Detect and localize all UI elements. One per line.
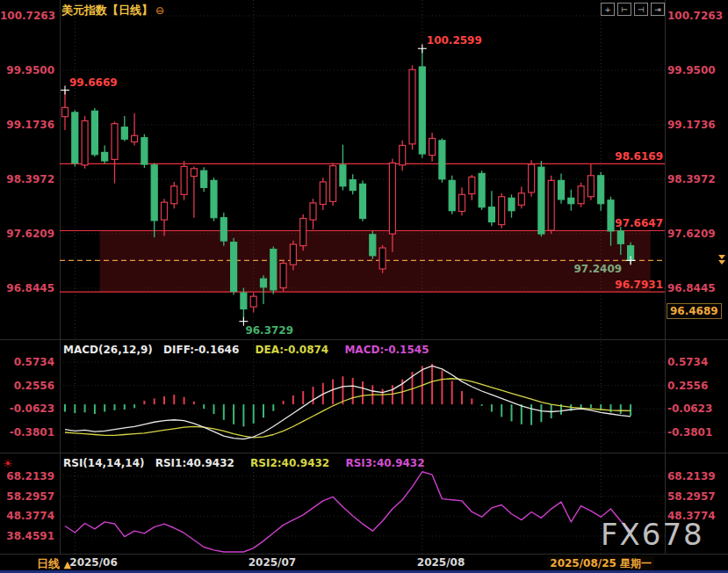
svg-text:99.6669: 99.6669 bbox=[69, 76, 118, 89]
svg-text:96.7931: 96.7931 bbox=[615, 279, 663, 291]
macd-panel-canvas[interactable] bbox=[60, 341, 665, 453]
y-axis-label: 97.6209 bbox=[667, 228, 725, 240]
y-axis-label: 48.3774 bbox=[0, 510, 54, 522]
axis-zoom-left-icon[interactable]: ⊢ bbox=[617, 3, 631, 16]
price-chart-canvas[interactable]: 98.616997.664796.793197.240999.6669100.2… bbox=[60, 0, 665, 339]
y-axis-label: 96.8445 bbox=[667, 282, 725, 294]
y-axis-label: -0.0623 bbox=[0, 403, 54, 415]
y-axis-label: 98.3972 bbox=[667, 173, 725, 185]
rsi-header: RSI(14,14,14) RSI1:40.9432 RSI2:40.9432 … bbox=[63, 457, 425, 469]
svg-text:97.2409: 97.2409 bbox=[573, 263, 622, 275]
y-axis-label: 58.2957 bbox=[0, 490, 54, 503]
y-axis-label: 98.3972 bbox=[0, 173, 54, 185]
y-axis-label: 99.1736 bbox=[667, 119, 725, 131]
bottom-axis-bar: 日线 ▲ 2025/062025/072025/082025/08/25 星期一 bbox=[0, 555, 728, 570]
date-label: 2025/07 bbox=[249, 556, 296, 569]
date-label: 2025/06 bbox=[69, 556, 117, 569]
date-label-highlighted: 2025/08/25 星期一 bbox=[547, 556, 654, 571]
period-label: 日线 bbox=[37, 557, 60, 570]
svg-text:98.6169: 98.6169 bbox=[615, 150, 663, 163]
right-axis-border bbox=[665, 0, 666, 554]
y-axis-label: 99.1736 bbox=[0, 119, 54, 131]
y-axis-label: 68.2139 bbox=[0, 470, 54, 482]
y-axis-label: -0.0623 bbox=[667, 403, 725, 415]
chart-application: 98.616997.664796.793197.240999.6669100.2… bbox=[0, 0, 728, 573]
rsi-title: RSI(14,14,14) bbox=[63, 457, 145, 469]
crosshair-icon[interactable]: + bbox=[601, 3, 615, 16]
current-price-marker-icon bbox=[718, 255, 725, 265]
svg-text:100.2599: 100.2599 bbox=[427, 34, 482, 47]
rsi2-value: RSI2:40.9432 bbox=[250, 457, 329, 469]
y-axis-label: -0.3801 bbox=[667, 426, 725, 439]
y-axis-label: 38.4591 bbox=[0, 530, 54, 542]
macd-diff-value: DIFF:-0.1646 bbox=[163, 344, 239, 356]
svg-text:97.6647: 97.6647 bbox=[615, 217, 663, 229]
price-level-box: 96.4689 bbox=[667, 303, 722, 319]
toolbar: + ⊢ ⊣ ⇥ bbox=[601, 3, 665, 16]
y-axis-label: 0.2556 bbox=[0, 380, 54, 392]
y-axis-label: 96.8445 bbox=[0, 282, 54, 294]
date-label: 2025/08 bbox=[417, 556, 465, 569]
y-axis-label: 68.2139 bbox=[667, 470, 725, 482]
collapse-icon[interactable]: ⊖ bbox=[155, 4, 164, 17]
pan-right-icon[interactable]: ⇥ bbox=[651, 3, 665, 16]
macd-title: MACD(26,12,9) bbox=[63, 344, 153, 356]
chart-title: 美元指数【日线】⊖ bbox=[61, 3, 164, 18]
y-axis-label: 0.2556 bbox=[667, 380, 725, 392]
y-axis-label: 0.5734 bbox=[0, 356, 54, 368]
y-axis-label: 99.9500 bbox=[667, 64, 725, 76]
macd-header: MACD(26,12,9) DIFF:-0.1646 DEA:-0.0874 M… bbox=[63, 344, 429, 356]
axis-zoom-right-icon[interactable]: ⊣ bbox=[634, 3, 648, 16]
y-axis-label: 0.5734 bbox=[667, 356, 725, 368]
fx678-watermark: FX678 bbox=[601, 517, 704, 552]
macd-macd-value: MACD:-0.1545 bbox=[344, 344, 429, 356]
y-axis-label: 100.7263 bbox=[0, 10, 54, 22]
price-macd-separator bbox=[0, 339, 728, 340]
macd-dea-value: DEA:-0.0874 bbox=[255, 344, 328, 356]
y-axis-label: 99.9500 bbox=[0, 64, 54, 76]
y-axis-label: 97.6209 bbox=[0, 228, 54, 240]
y-axis-label: 58.2957 bbox=[667, 490, 725, 503]
symbol-period-label: 美元指数【日线】 bbox=[61, 4, 153, 17]
macd-rsi-separator bbox=[0, 453, 728, 453]
y-axis-label: 100.7263 bbox=[667, 10, 725, 22]
y-axis-label: -0.3801 bbox=[0, 426, 54, 439]
alert-sun-icon[interactable]: ☀ bbox=[3, 457, 13, 470]
rsi3-value: RSI3:40.9432 bbox=[345, 457, 424, 469]
svg-text:96.3729: 96.3729 bbox=[245, 324, 293, 337]
rsi1-value: RSI1:40.9432 bbox=[155, 457, 234, 469]
